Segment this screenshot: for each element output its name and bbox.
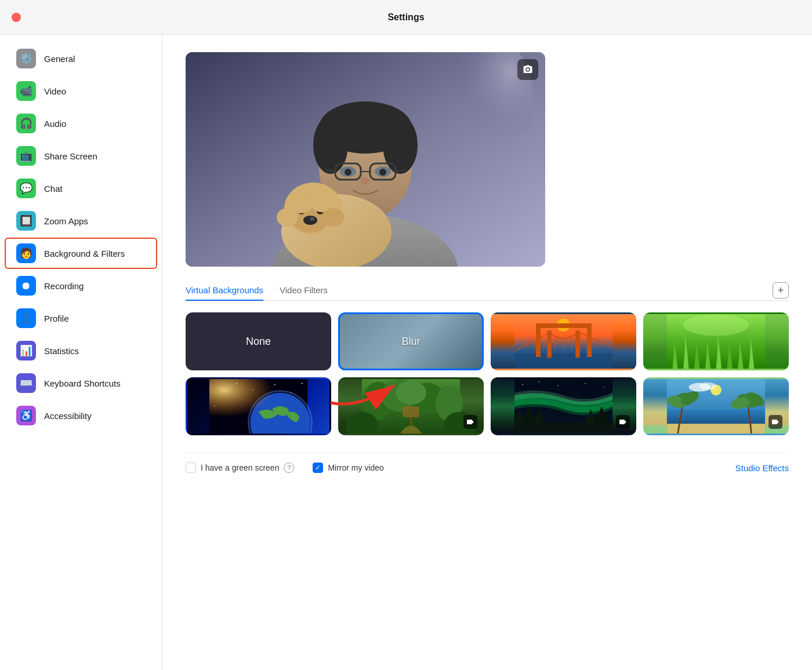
- title-bar: Settings: [0, 0, 812, 35]
- tab-virtual-backgrounds[interactable]: Virtual Backgrounds: [186, 281, 263, 301]
- green-screen-help-icon[interactable]: ?: [284, 463, 294, 473]
- close-button[interactable]: [12, 13, 21, 22]
- svg-rect-32: [575, 330, 580, 358]
- svg-line-33: [535, 347, 536, 351]
- sidebar-item-zoom-apps[interactable]: 🔲Zoom Apps: [5, 205, 157, 236]
- audio-icon: 🎧: [16, 114, 36, 133]
- sidebar-label-video: Video: [44, 86, 66, 96]
- content-wrapper: Virtual Backgrounds Video Filters + None…: [186, 52, 789, 482]
- sidebar-item-profile[interactable]: 👤Profile: [5, 303, 157, 334]
- keyboard-shortcuts-icon: ⌨️: [16, 373, 36, 393]
- tab-video-filters[interactable]: Video Filters: [280, 281, 328, 301]
- sidebar-label-share-screen: Share Screen: [44, 151, 97, 161]
- camera-toggle-button[interactable]: [517, 59, 538, 80]
- sidebar-label-background-filters: Background & Filters: [44, 249, 125, 258]
- main-content: ⚙️General📹Video🎧Audio📺Share Screen💬Chat🔲…: [0, 35, 812, 670]
- share-screen-icon: 📺: [16, 146, 36, 166]
- page-title: Settings: [387, 12, 424, 23]
- svg-point-68: [557, 385, 558, 386]
- bg-earth[interactable]: [186, 377, 331, 435]
- svg-line-38: [580, 341, 581, 351]
- svg-point-6: [313, 116, 348, 174]
- svg-point-16: [379, 169, 386, 176]
- profile-icon: 👤: [16, 308, 36, 328]
- svg-point-40: [557, 319, 570, 332]
- svg-line-34: [543, 342, 545, 351]
- aurora-video-badge: [616, 415, 630, 429]
- mirror-video-checkbox[interactable]: ✓: [313, 463, 323, 473]
- studio-effects-button[interactable]: Studio Effects: [735, 463, 789, 473]
- svg-point-70: [604, 387, 604, 387]
- sidebar-item-general[interactable]: ⚙️General: [5, 43, 157, 74]
- svg-line-39: [589, 344, 590, 351]
- sidebar-label-recording: Recording: [44, 281, 84, 291]
- sidebar-item-video[interactable]: 📹Video: [5, 75, 157, 107]
- svg-point-27: [277, 208, 298, 227]
- sidebar-item-chat[interactable]: 💬Chat: [5, 173, 157, 204]
- jurassic-video-badge: [463, 415, 477, 429]
- sidebar: ⚙️General📹Video🎧Audio📺Share Screen💬Chat🔲…: [0, 35, 162, 670]
- video-icon: 📹: [16, 81, 36, 101]
- video-preview-inner: [186, 52, 545, 267]
- sidebar-item-audio[interactable]: 🎧Audio: [5, 108, 157, 139]
- svg-point-42: [683, 314, 749, 336]
- svg-point-85: [699, 383, 716, 390]
- zoom-apps-icon: 🔲: [16, 211, 36, 231]
- beach-video-badge: [768, 415, 782, 429]
- mirror-video-group: ✓ Mirror my video: [313, 463, 383, 473]
- sidebar-item-keyboard-shortcuts[interactable]: ⌨️Keyboard Shortcuts: [5, 367, 157, 399]
- sidebar-label-accessibility: Accessibility: [44, 411, 92, 421]
- svg-point-22: [310, 217, 314, 221]
- add-background-button[interactable]: +: [773, 282, 789, 298]
- svg-point-15: [345, 169, 351, 176]
- svg-point-7: [383, 116, 418, 174]
- sidebar-label-statistics: Statistics: [44, 346, 79, 356]
- svg-point-66: [522, 384, 523, 385]
- sidebar-item-share-screen[interactable]: 📺Share Screen: [5, 140, 157, 172]
- mirror-video-label: Mirror my video: [328, 463, 383, 472]
- svg-line-35: [554, 339, 555, 351]
- green-screen-label: I have a green screen: [201, 463, 279, 472]
- general-icon: ⚙️: [16, 49, 36, 68]
- svg-rect-62: [410, 417, 412, 425]
- accessibility-icon: ♿: [16, 406, 36, 425]
- sidebar-item-recording[interactable]: ⏺Recording: [5, 270, 157, 301]
- svg-point-28: [323, 208, 344, 227]
- background-filters-icon: 🧑: [16, 243, 36, 263]
- svg-rect-31: [547, 330, 552, 358]
- bg-aurora[interactable]: [491, 377, 636, 435]
- bg-blur[interactable]: Blur: [338, 312, 484, 370]
- bg-beach[interactable]: [643, 377, 789, 435]
- bg-grass[interactable]: [643, 312, 789, 370]
- green-screen-group: I have a green screen ?: [186, 463, 294, 473]
- bottom-options: I have a green screen ? ✓ Mirror my vide…: [186, 453, 789, 482]
- green-screen-checkbox[interactable]: [186, 463, 196, 473]
- bg-none[interactable]: None: [186, 312, 331, 370]
- recording-icon: ⏺: [16, 276, 36, 296]
- sidebar-item-statistics[interactable]: 📊Statistics: [5, 335, 157, 366]
- sidebar-label-keyboard-shortcuts: Keyboard Shortcuts: [44, 378, 121, 388]
- sidebar-label-audio: Audio: [44, 119, 66, 129]
- sidebar-item-background-filters[interactable]: 🧑Background & Filters: [5, 238, 157, 269]
- svg-rect-61: [403, 406, 419, 417]
- sidebar-item-accessibility[interactable]: ♿Accessibility: [5, 400, 157, 431]
- sidebar-label-general: General: [44, 54, 75, 64]
- svg-rect-30: [514, 354, 612, 369]
- svg-point-69: [585, 383, 586, 384]
- bg-jurassic[interactable]: [338, 377, 484, 435]
- bg-golden-gate[interactable]: [491, 312, 636, 370]
- sidebar-label-profile: Profile: [44, 314, 69, 323]
- svg-point-67: [538, 381, 539, 383]
- background-grid: None Blur: [186, 312, 789, 435]
- content-area: Virtual Backgrounds Video Filters + None…: [162, 35, 812, 670]
- sidebar-label-zoom-apps: Zoom Apps: [44, 216, 88, 226]
- statistics-icon: 📊: [16, 341, 36, 361]
- tabs-container: Virtual Backgrounds Video Filters +: [186, 281, 789, 301]
- svg-point-60: [396, 381, 426, 405]
- chat-icon: 💬: [16, 179, 36, 198]
- svg-point-17: [361, 177, 370, 184]
- svg-point-21: [303, 216, 317, 225]
- video-preview: [186, 52, 545, 267]
- sidebar-label-chat: Chat: [44, 184, 63, 194]
- svg-rect-54: [209, 379, 307, 434]
